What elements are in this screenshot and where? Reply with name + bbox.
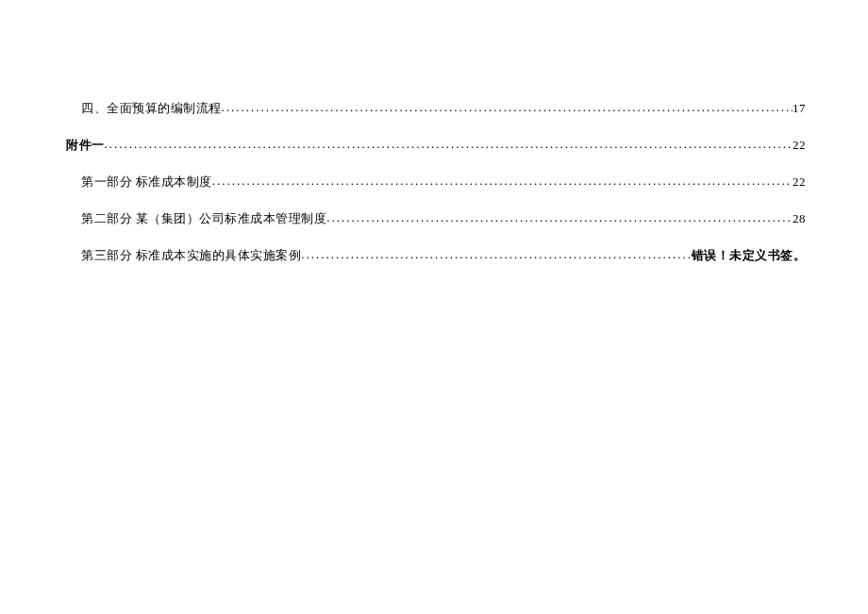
toc-title: 四、全面预算的编制流程 bbox=[81, 100, 222, 117]
toc-title: 第三部分 标准成本实施的具体实施案例 bbox=[81, 247, 301, 264]
toc-entry: 四、全面预算的编制流程 17 bbox=[66, 100, 806, 117]
toc-page-number: 17 bbox=[793, 101, 806, 116]
toc-title: 第二部分 某（集团）公司标准成本管理制度 bbox=[81, 210, 326, 227]
toc-leader-dots bbox=[326, 210, 793, 223]
toc-page-number: 22 bbox=[793, 138, 806, 153]
toc-leader-dots bbox=[301, 247, 691, 259]
toc-entry: 附件一 22 bbox=[66, 137, 806, 154]
toc-title: 第一部分 标准成本制度 bbox=[81, 174, 212, 191]
toc-entry: 第三部分 标准成本实施的具体实施案例 错误！未定义书签。 bbox=[66, 247, 806, 264]
toc-leader-dots bbox=[212, 174, 793, 186]
toc-entry: 第一部分 标准成本制度 22 bbox=[66, 174, 806, 191]
toc-page-error: 错误！未定义书签。 bbox=[692, 247, 807, 264]
toc-page-number: 22 bbox=[793, 174, 806, 190]
toc-entry: 第二部分 某（集团）公司标准成本管理制度 28 bbox=[66, 210, 806, 227]
toc-page-number: 28 bbox=[793, 211, 806, 226]
toc-leader-dots bbox=[105, 137, 793, 149]
toc-leader-dots bbox=[222, 100, 793, 112]
toc-title: 附件一 bbox=[66, 137, 105, 154]
